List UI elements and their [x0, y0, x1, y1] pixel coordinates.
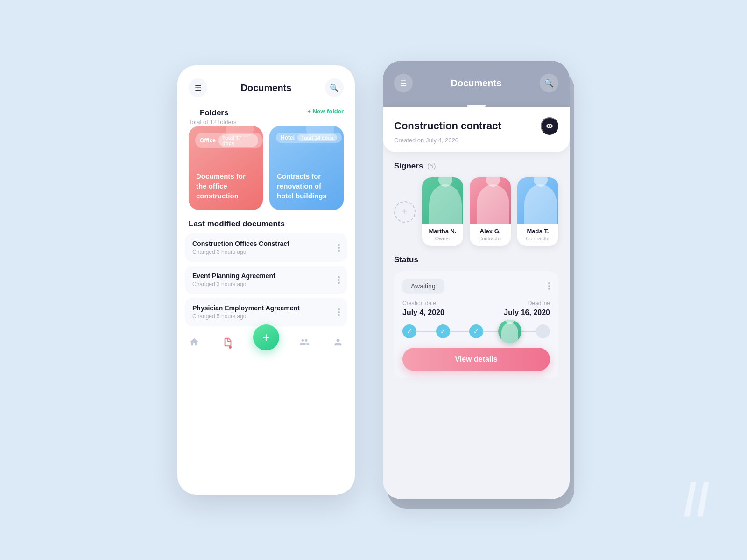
search-button[interactable]: 🔍 [325, 78, 344, 97]
right-menu-button[interactable]: ☰ [394, 74, 413, 92]
status-section: Status Awaiting Creation date July 4, 20… [383, 246, 570, 378]
mads-avatar [517, 177, 558, 224]
mads-role: Contractor [517, 236, 558, 241]
contract-card: Construction contract Created on July 4,… [383, 107, 570, 152]
doc-name-3: Physician Employment Agreement [192, 304, 300, 312]
hotel-desc: Contracts for renovation of hotel buildi… [277, 171, 336, 201]
status-label: Status [394, 255, 558, 265]
martha-name: Martha N. [422, 228, 463, 235]
doc-time-2: Changed 3 hours ago [192, 281, 275, 287]
right-header: ☰ Documents 🔍 [383, 61, 570, 102]
signers-row: + Martha N. Owner [394, 177, 558, 246]
progress-step-1: ✓ [402, 324, 416, 338]
deadline-label: Deadline [504, 300, 550, 307]
progress-row: ✓ ✓ ✓ [402, 324, 550, 338]
doc-name-2: Event Planning Agreement [192, 272, 275, 280]
doc-name-1: Construction Offices Constract [192, 240, 289, 247]
right-search-button[interactable]: 🔍 [540, 74, 558, 92]
progress-line-1 [416, 331, 436, 332]
right-phone: ☰ Documents 🔍 Construction contract Crea… [383, 61, 570, 499]
document-list: Construction Offices Constract Changed 3… [177, 233, 355, 326]
check-icon-2: ✓ [440, 328, 446, 335]
eye-button[interactable] [541, 117, 558, 135]
status-card: Awaiting Creation date July 4, 2020 Dead… [394, 271, 558, 378]
martha-role: Owner [422, 236, 463, 241]
bottom-nav: + [177, 326, 355, 354]
status-badge: Awaiting [402, 279, 444, 294]
right-search-icon: 🔍 [544, 79, 554, 88]
office-desc: Documents for the office construction [196, 171, 255, 201]
right-page-title: Documents [451, 78, 502, 89]
alex-name: Alex G. [470, 228, 511, 235]
mads-name: Mads T. [517, 228, 558, 235]
doc-menu-2[interactable] [338, 276, 340, 284]
check-icon-1: ✓ [407, 328, 412, 335]
creation-date: July 4, 2020 [402, 308, 444, 317]
signers-section: Signers (5) + Martha N. Owner [383, 152, 570, 246]
signer-martha[interactable]: Martha N. Owner [422, 177, 463, 246]
doc-item-1[interactable]: Construction Offices Constract Changed 3… [185, 233, 347, 262]
page-title: Documents [241, 83, 292, 93]
hotel-tag: Hotel Total 14 docs [276, 133, 342, 143]
creation-date-label: Creation date [402, 300, 444, 307]
folders-label: Folders [189, 108, 240, 118]
deadline-date: July 16, 2020 [504, 308, 550, 317]
signers-label-text: Signers [394, 161, 423, 170]
menu-icon: ☰ [195, 84, 201, 92]
search-icon: 🔍 [330, 84, 339, 92]
progress-step-2: ✓ [436, 324, 450, 338]
background-decoration: // [684, 476, 710, 523]
signer-alex[interactable]: Alex G. Contractor [470, 177, 511, 246]
progress-step-pending [536, 324, 550, 338]
doc-item-3[interactable]: Physician Employment Agreement Changed 5… [185, 298, 347, 326]
office-folder[interactable]: Office Total 37 docs Documents for the o… [189, 126, 263, 210]
office-tag: Office Total 37 docs [195, 133, 263, 148]
new-folder-button[interactable]: + New folder [307, 108, 344, 115]
menu-button[interactable]: ☰ [189, 78, 207, 97]
last-modified-label: Last modified documents [177, 210, 355, 233]
doc-menu-1[interactable] [338, 244, 340, 252]
nav-contacts[interactable] [296, 334, 313, 350]
nav-profile[interactable] [330, 334, 346, 350]
check-icon-3: ✓ [473, 328, 479, 335]
hotel-folder[interactable]: Hotel Total 14 docs Contracts for renova… [269, 126, 344, 210]
add-button[interactable]: + [253, 324, 279, 350]
progress-step-active [498, 320, 521, 343]
view-details-button[interactable]: View details [402, 348, 550, 371]
right-phone-wrapper: ☰ Documents 🔍 Construction contract Crea… [383, 61, 570, 499]
signer-mads[interactable]: Mads T. Contractor [517, 177, 558, 246]
active-signer-avatar [498, 320, 521, 343]
progress-step-3: ✓ [469, 324, 483, 338]
doc-time-3: Changed 5 hours ago [192, 313, 300, 320]
left-phone: ☰ Documents 🔍 Folders + New folder Total… [177, 65, 355, 495]
nav-home[interactable] [186, 334, 203, 350]
add-signer-button[interactable]: + [394, 201, 416, 223]
doc-item-2[interactable]: Event Planning Agreement Changed 3 hours… [185, 266, 347, 294]
doc-menu-3[interactable] [338, 308, 340, 316]
right-menu-icon: ☰ [400, 79, 407, 88]
contract-title-text: Construction contract [394, 120, 501, 132]
left-header: ☰ Documents 🔍 [177, 65, 355, 105]
martha-avatar [422, 177, 463, 224]
contract-date: Created on July 4, 2020 [394, 137, 558, 144]
alex-role: Contractor [470, 236, 511, 241]
folders-row: Office Total 37 docs Documents for the o… [177, 126, 355, 210]
alex-avatar [470, 177, 511, 224]
signers-count: (5) [427, 162, 436, 170]
plus-icon: + [262, 330, 270, 345]
progress-line-2 [450, 331, 470, 332]
doc-time-1: Changed 3 hours ago [192, 249, 289, 255]
status-menu[interactable] [548, 282, 550, 290]
nav-documents[interactable] [219, 334, 236, 350]
